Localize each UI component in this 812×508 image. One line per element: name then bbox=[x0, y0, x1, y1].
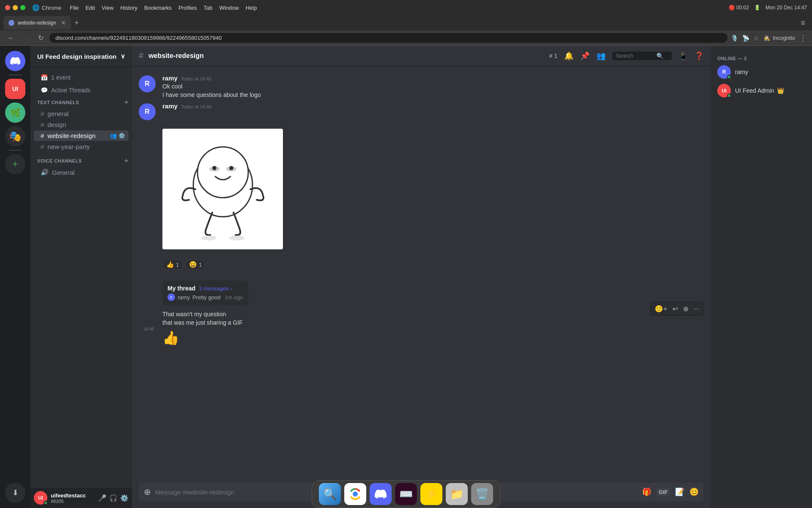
add-reaction-button[interactable]: 🙂+ bbox=[653, 304, 669, 314]
message-avatar-2[interactable]: R bbox=[139, 103, 156, 120]
message-group-2-inner: R ramy Today at 14:46 bbox=[139, 102, 211, 120]
forward-button[interactable]: ⊕ bbox=[681, 304, 690, 314]
channel-item-actions: 👥 ⚙️ bbox=[110, 133, 125, 139]
reaction-thumbsup[interactable]: 👍 1 bbox=[162, 260, 183, 270]
dock-trash[interactable]: 🗑️ bbox=[471, 483, 493, 505]
channel-item-voice-general[interactable]: 🔊 General bbox=[34, 167, 129, 178]
pin-icon[interactable]: 📌 bbox=[580, 51, 590, 61]
channel-item-website-redesign[interactable]: # website-redesign 👥 ⚙️ bbox=[34, 130, 129, 141]
search-input[interactable] bbox=[616, 52, 654, 59]
forward-button[interactable]: → bbox=[20, 33, 32, 43]
tab-expand-button[interactable]: ≡ bbox=[797, 19, 809, 28]
thread-preview[interactable]: My thread 3 messages › R ramy Pretty goo… bbox=[162, 281, 248, 305]
menu-window[interactable]: Window bbox=[219, 5, 239, 11]
channel-item-general[interactable]: # general bbox=[34, 108, 129, 119]
menu-file[interactable]: File bbox=[70, 5, 79, 11]
dock-chrome[interactable] bbox=[344, 483, 366, 505]
reply-button[interactable]: ↩ bbox=[671, 304, 680, 314]
back-button[interactable]: ← bbox=[5, 33, 17, 43]
menu-tab[interactable]: Tab bbox=[203, 5, 212, 11]
members-icon[interactable]: 👥 bbox=[596, 51, 606, 61]
gif-container[interactable] bbox=[162, 129, 283, 249]
gif-image bbox=[162, 129, 283, 249]
gift-button[interactable]: 🎁 bbox=[642, 487, 651, 497]
smile-count: 1 bbox=[199, 262, 202, 268]
new-tab-button[interactable]: + bbox=[71, 19, 82, 28]
channel-header-name: website-redesign bbox=[148, 52, 204, 60]
text-channels-label: TEXT CHANNELS bbox=[37, 100, 79, 105]
inbox-icon[interactable]: 📱 bbox=[678, 51, 688, 61]
mac-window-controls[interactable] bbox=[5, 5, 25, 10]
message-username[interactable]: ramy bbox=[162, 75, 178, 82]
more-actions-button[interactable]: ··· bbox=[692, 304, 701, 314]
dock-bolt[interactable]: ⚡ bbox=[420, 483, 442, 505]
channel-item-new-year-party[interactable]: # new-year-party bbox=[34, 141, 129, 152]
browser-tab-active[interactable]: website-redesign ✕ bbox=[3, 16, 71, 30]
cast-icon[interactable]: 📡 bbox=[742, 35, 749, 41]
member-item-ramy[interactable]: R ramy bbox=[714, 63, 809, 81]
reaction-smile[interactable]: 😄 1 bbox=[185, 260, 206, 270]
tab-close-button[interactable]: ✕ bbox=[61, 19, 66, 26]
menu-bookmarks[interactable]: Bookmarks bbox=[144, 5, 172, 11]
server-icon-3[interactable]: 🌿 bbox=[5, 102, 25, 123]
search-bar[interactable]: 🔍 bbox=[612, 52, 672, 60]
microphone-icon[interactable]: 🎙️ bbox=[731, 35, 738, 41]
address-bar[interactable] bbox=[49, 33, 727, 43]
thumbs-up-emoji-message: 👍 bbox=[162, 329, 704, 348]
clock: Mon 20 Dec 14:47 bbox=[765, 5, 807, 11]
thread-count-badge[interactable]: # 1 bbox=[549, 52, 557, 59]
member-section-online-header: ONLINE — 2 bbox=[714, 52, 809, 63]
server-icon-4[interactable]: 🎭 bbox=[5, 126, 25, 146]
refresh-button[interactable]: ↻ bbox=[36, 33, 46, 43]
channel-members-icon[interactable]: 👥 bbox=[110, 133, 117, 139]
message-text-2: I have some questions about the logo bbox=[162, 91, 704, 99]
text-channels-header[interactable]: TEXT CHANNELS + bbox=[30, 97, 132, 108]
server-sidebar: UI 🌿 🎭 + ⬇ bbox=[0, 46, 30, 508]
channel-settings-icon[interactable]: ⚙️ bbox=[118, 133, 125, 139]
browser-menu-button[interactable]: ⋮ bbox=[799, 33, 807, 43]
sticker-button[interactable]: 📝 bbox=[675, 487, 684, 497]
message-avatar[interactable]: R bbox=[139, 75, 156, 92]
minimize-dot[interactable] bbox=[13, 5, 18, 10]
menu-history[interactable]: History bbox=[121, 5, 137, 11]
dock-discord[interactable] bbox=[370, 483, 392, 505]
channel-name-design: design bbox=[47, 121, 66, 128]
channel-item-design[interactable]: # design bbox=[34, 119, 129, 130]
mute-button[interactable]: 🎤 bbox=[98, 494, 107, 502]
menu-profiles[interactable]: Profiles bbox=[178, 5, 197, 11]
message-username-2[interactable]: ramy bbox=[162, 102, 178, 110]
dock-finder[interactable]: 🔍 bbox=[319, 483, 341, 505]
add-text-channel-button[interactable]: + bbox=[124, 99, 129, 106]
menu-help[interactable]: Help bbox=[246, 5, 257, 11]
voice-channels-header[interactable]: VOICE CHANNELS + bbox=[30, 155, 132, 166]
text-channels-section: TEXT CHANNELS + # general # design # web… bbox=[30, 97, 132, 152]
dock-files[interactable]: 📁 bbox=[446, 483, 468, 505]
close-dot[interactable] bbox=[5, 5, 10, 10]
maximize-dot[interactable] bbox=[20, 5, 25, 10]
bookmark-star-icon[interactable]: ☆ bbox=[754, 35, 759, 41]
gif-button[interactable]: GIF bbox=[656, 488, 670, 496]
member-item-ui-feed-admin[interactable]: UI UI Feed Admin 👑 bbox=[714, 81, 809, 100]
dock-terminal[interactable]: ⌨️ bbox=[395, 483, 417, 505]
thread-messages-link[interactable]: 3 messages › bbox=[199, 285, 232, 292]
server-header[interactable]: UI Feed design inspiration ∨ bbox=[30, 46, 132, 67]
emoji-button[interactable]: 😊 bbox=[689, 487, 699, 497]
menu-edit[interactable]: Edit bbox=[85, 5, 95, 11]
add-content-button[interactable]: ⊕ bbox=[144, 487, 151, 497]
help-icon[interactable]: ❓ bbox=[694, 51, 704, 61]
server-icon-home[interactable] bbox=[5, 51, 25, 71]
svg-point-9 bbox=[353, 491, 358, 497]
deafen-button[interactable]: 🎧 bbox=[109, 494, 118, 502]
message-header: ramy Today at 14:45 bbox=[162, 75, 704, 82]
add-server-button[interactable]: + bbox=[5, 154, 25, 174]
download-button[interactable]: ⬇ bbox=[5, 483, 25, 503]
sidebar-active-threads-item[interactable]: 💬 Active Threads bbox=[34, 84, 129, 96]
sidebar-events-item[interactable]: 📅 1 event bbox=[34, 72, 129, 83]
server-name: UI Feed design inspiration bbox=[37, 53, 117, 60]
add-voice-channel-button[interactable]: + bbox=[124, 157, 129, 165]
bell-icon[interactable]: 🔔 bbox=[564, 51, 573, 61]
server-icon-ui-feed[interactable]: UI bbox=[5, 79, 25, 99]
menu-view[interactable]: View bbox=[102, 5, 114, 11]
user-settings-button[interactable]: ⚙️ bbox=[120, 494, 129, 502]
incognito-label: Incognito bbox=[773, 35, 795, 41]
